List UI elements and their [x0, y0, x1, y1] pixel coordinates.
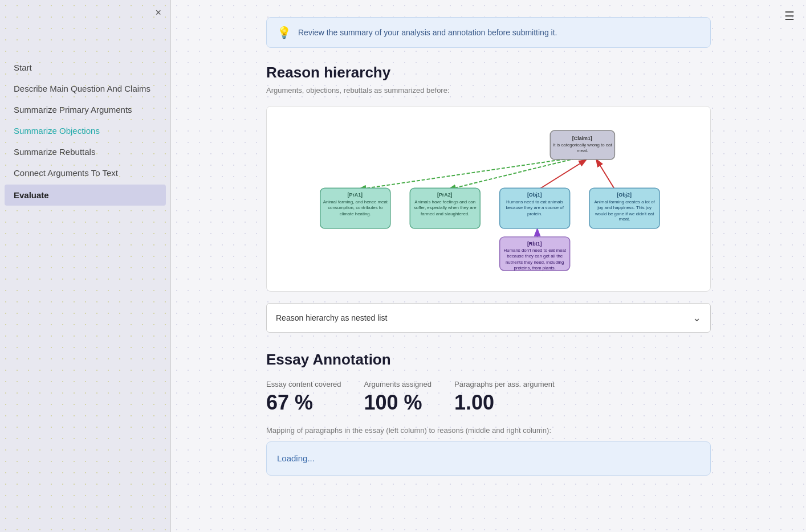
sidebar-item-summarize-rebuttals[interactable]: Summarize Rebuttals [0, 141, 170, 162]
main-content: ☰ 💡 Review the summary of your analysis … [171, 0, 806, 532]
stat-essay-content-value: 67 % [266, 391, 341, 415]
sidebar-nav: Start Describe Main Question And Claims … [0, 57, 170, 207]
sidebar-item-evaluate[interactable]: Evaluate [5, 185, 166, 206]
reason-hierarchy-dropdown[interactable]: Reason hierarchy as nested list ⌄ [266, 303, 711, 333]
loading-text: Loading... [277, 453, 315, 463]
svg-text:[Claim1]: [Claim1] [572, 136, 592, 141]
stat-arguments-value: 100 % [364, 391, 432, 415]
bulb-icon: 💡 [277, 26, 291, 39]
stat-paragraphs-label: Paragraphs per ass. argument [454, 380, 555, 388]
loading-box: Loading... [266, 441, 711, 476]
close-button[interactable]: × [155, 7, 161, 19]
reason-hierarchy-diagram: [Claim1] It is categorically wrong to ea… [278, 118, 699, 277]
sidebar-item-summarize-objections[interactable]: Summarize Objections [0, 120, 170, 141]
reason-hierarchy-subtitle: Arguments, objections, rebuttals as summ… [266, 86, 711, 95]
hamburger-button[interactable]: ☰ [784, 9, 795, 23]
stats-row: Essay content covered 67 % Arguments ass… [266, 380, 711, 415]
mapping-subtitle: Mapping of paragraphs in the essay (left… [266, 426, 711, 435]
svg-text:[PrA2]: [PrA2] [437, 192, 453, 198]
sidebar: × Start Describe Main Question And Claim… [0, 0, 171, 532]
svg-text:[Obj2]: [Obj2] [617, 192, 632, 198]
sidebar-item-connect[interactable]: Connect Arguments To Text [0, 162, 170, 183]
info-banner-text: Review the summary of your analysis and … [298, 28, 557, 37]
diagram-container: [Claim1] It is categorically wrong to ea… [266, 106, 711, 292]
chevron-down-icon: ⌄ [693, 312, 701, 324]
stat-essay-content: Essay content covered 67 % [266, 380, 341, 415]
dropdown-label: Reason hierarchy as nested list [276, 313, 387, 322]
stat-essay-content-label: Essay content covered [266, 380, 341, 388]
stat-arguments-label: Arguments assigned [364, 380, 432, 388]
sidebar-item-describe[interactable]: Describe Main Question And Claims [0, 78, 170, 99]
svg-line-0 [360, 158, 570, 189]
stat-paragraphs: Paragraphs per ass. argument 1.00 [454, 380, 555, 415]
sidebar-item-start[interactable]: Start [0, 57, 170, 78]
stat-paragraphs-value: 1.00 [454, 391, 555, 415]
svg-text:[PrA1]: [PrA1] [348, 192, 363, 198]
sidebar-item-summarize-primary[interactable]: Summarize Primary Arguments [0, 99, 170, 120]
svg-text:[Obj1]: [Obj1] [527, 192, 542, 198]
svg-line-3 [597, 160, 614, 189]
reason-hierarchy-title: Reason hierarchy [266, 64, 711, 81]
svg-text:[Rbt1]: [Rbt1] [527, 241, 542, 247]
svg-line-2 [539, 160, 586, 189]
info-banner: 💡 Review the summary of your analysis an… [266, 17, 711, 48]
stat-arguments: Arguments assigned 100 % [364, 380, 432, 415]
essay-annotation-title: Essay Annotation [266, 351, 711, 369]
